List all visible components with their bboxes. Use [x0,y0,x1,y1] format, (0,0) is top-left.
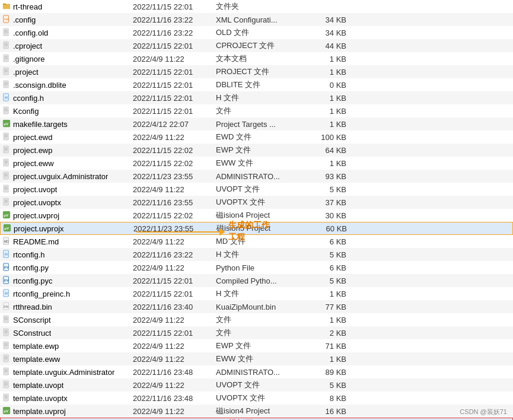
file-name-text: project.uvproj [13,211,59,220]
file-icon [2,354,11,364]
file-name: project.uvoptx [2,198,133,208]
table-row[interactable]: Kconfig2022/11/15 22:01文件1 KB [0,104,513,117]
file-type: 文件 [216,106,311,116]
svg-text:PY: PY [4,265,9,269]
svg-rect-52 [4,198,9,205]
svg-rect-88 [4,367,9,374]
file-type: Python File [216,263,311,272]
file-icon [2,106,11,116]
file-name: MDREADME.md [2,237,133,247]
file-name-text: template.uvoptx [13,394,68,403]
table-row[interactable]: MDREADME.md2022/4/9 11:22MD 文件6 KB [0,235,513,248]
file-date: 2022/4/12 22:07 [133,120,216,129]
file-name-text: .gitignore [13,55,44,63]
table-row[interactable]: .cproject2022/11/15 22:01CPROJECT 文件44 K… [0,39,513,52]
file-type: 文件 [216,327,311,338]
file-name: template.ewp [2,341,133,351]
file-size: 93 KB [311,172,346,181]
table-row[interactable]: μVmakefile.targets2022/4/12 22:07Project… [0,117,513,131]
file-type: H 文件 [216,93,311,103]
table-row[interactable]: PYrtconfig.py2022/4/9 11:22Python File6 … [0,261,513,274]
table-row[interactable]: Hcconfig.h2022/11/15 22:01H 文件1 KB [0,91,513,104]
table-row[interactable]: PYrtconfig.pyc2022/11/15 22:01Compiled P… [0,274,513,287]
file-name: .cproject [2,41,133,51]
table-row[interactable]: μVtemplate.uvproj2022/4/9 11:22磁ision4 P… [0,405,513,418]
table-row[interactable]: project.ewp2022/11/15 22:02EWP 文件64 KB [0,144,513,157]
file-icon [2,328,11,338]
file-size: 1 KB [311,289,346,298]
table-row[interactable]: μVproject.uvprojx2022/11/23 23:55磁ision5… [0,222,513,235]
table-row[interactable]: template.ewp2022/4/9 11:22EWP 文件71 KB [0,339,513,352]
file-type: EWD 文件 [216,132,311,142]
file-date: 2022/4/9 11:22 [133,355,216,364]
table-row[interactable]: template.uvoptx2022/11/16 23:48UVOPTX 文件… [0,392,513,405]
file-name: .sconsign.dblite [2,80,133,90]
file-name-text: project.ewp [13,146,52,155]
file-name-text: README.md [13,237,59,246]
table-row[interactable]: μVproject.uvproj2022/11/15 22:02磁ision4 … [0,209,513,222]
file-date: 2022/11/15 22:01 [133,94,216,103]
file-date: 2022/4/9 11:22 [133,381,216,390]
table-row[interactable]: template.uvguix.Administrator2022/11/16 … [0,365,513,378]
svg-rect-8 [4,41,9,48]
table-row[interactable]: Hrtconfig_preinc.h2022/11/15 22:01H 文件1 … [0,287,513,300]
table-row[interactable]: XML.config2022/11/16 23:22XML Configurat… [0,13,513,26]
file-name-text: template.uvproj [13,407,66,416]
file-type: ADMINISTRATO... [216,172,311,181]
table-row[interactable]: BINrtthread.bin2022/11/16 23:40KuaiZipMo… [0,300,513,313]
file-size: 1 KB [311,107,346,116]
file-date: 2022/4/9 11:22 [133,263,216,272]
file-name-text: template.ewp [13,342,59,351]
file-date: 2022/11/15 22:02 [133,159,216,168]
file-type: ADMINISTRATO... [216,368,311,377]
file-type: EWP 文件 [216,145,311,155]
file-type: 磁ision5 Project [216,223,311,234]
file-size: 5 KB [311,276,346,285]
file-type: DBLITE 文件 [216,79,311,90]
file-date: 2022/11/16 23:48 [133,394,216,403]
file-size: 1 KB [311,68,346,77]
file-name-text: rtconfig.pyc [13,276,52,285]
table-row[interactable]: project.uvopt2022/4/9 11:22UVOPT 文件5 KB [0,183,513,196]
svg-rect-1 [3,3,6,5]
table-row[interactable]: μVtemplate.uvprojx2022/11/16 23:48磁ision… [0,418,513,420]
table-row[interactable]: rt-thread2022/11/15 22:01文件夹 [0,0,513,13]
file-type: 文本文档 [216,53,311,64]
file-icon: μV [3,224,11,234]
file-name: PYrtconfig.py [2,263,133,273]
file-name: template.eww [2,354,133,364]
table-row[interactable]: template.eww2022/4/9 11:22EWW 文件1 KB [0,352,513,365]
file-icon: PY [2,276,11,286]
table-row[interactable]: SConscript2022/4/9 11:22文件1 KB [0,313,513,326]
table-row[interactable]: project.eww2022/11/15 22:02EWW 文件1 KB [0,157,513,170]
file-size: 100 KB [311,133,346,142]
file-type: UVOPTX 文件 [216,197,311,208]
file-date: 2022/11/15 22:02 [133,211,216,220]
file-size: 1 KB [311,159,346,168]
file-icon [2,315,11,325]
table-row[interactable]: project.ewd2022/4/9 11:22EWD 文件100 KB [0,131,513,144]
file-icon [2,184,11,195]
table-row[interactable]: .gitignore2022/4/9 11:22文本文档1 KB [0,52,513,65]
file-icon [2,171,11,182]
svg-text:μV: μV [4,212,9,217]
file-name-text: project.uvguix.Administrator [13,172,108,181]
svg-rect-36 [4,145,9,152]
table-row[interactable]: project.uvguix.Administrator2022/11/23 2… [0,170,513,183]
file-type: MD 文件 [216,236,311,247]
table-row[interactable]: template.uvopt2022/4/9 11:22UVOPT 文件5 KB [0,378,513,392]
file-name-text: template.uvguix.Administrator [13,368,114,377]
table-row[interactable]: .config.old2022/11/16 23:22OLD 文件34 KB [0,26,513,39]
table-row[interactable]: Hrtconfig.h2022/11/16 23:22H 文件5 KB [0,248,513,261]
table-row[interactable]: .project2022/11/15 22:01PROJECT 文件1 KB [0,65,513,78]
file-name-text: template.uvopt [13,381,63,390]
table-row[interactable]: SConstruct2022/11/15 22:01文件2 KB [0,326,513,339]
file-icon [2,132,11,142]
table-row[interactable]: project.uvoptx2022/11/16 23:55UVOPTX 文件3… [0,196,513,209]
file-date: 2022/4/9 11:22 [133,407,216,416]
file-date: 2022/11/16 23:48 [133,368,216,377]
file-explorer: rt-thread2022/11/15 22:01文件夹XML.config20… [0,0,513,420]
file-name: template.uvguix.Administrator [2,367,133,377]
file-date: 2022/11/16 23:40 [133,303,216,311]
table-row[interactable]: .sconsign.dblite2022/11/15 22:01DBLITE 文… [0,78,513,91]
